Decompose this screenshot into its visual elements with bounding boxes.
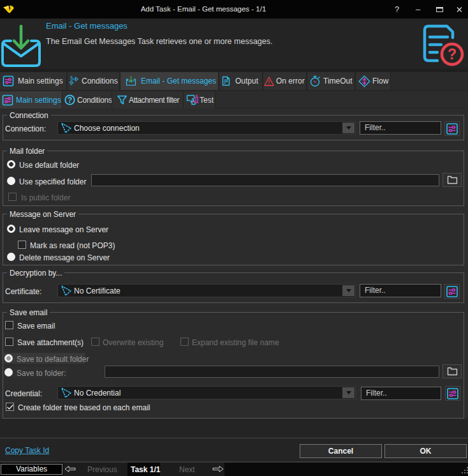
svg-text:?: ?: [68, 96, 73, 105]
svg-text:?: ?: [448, 46, 457, 63]
